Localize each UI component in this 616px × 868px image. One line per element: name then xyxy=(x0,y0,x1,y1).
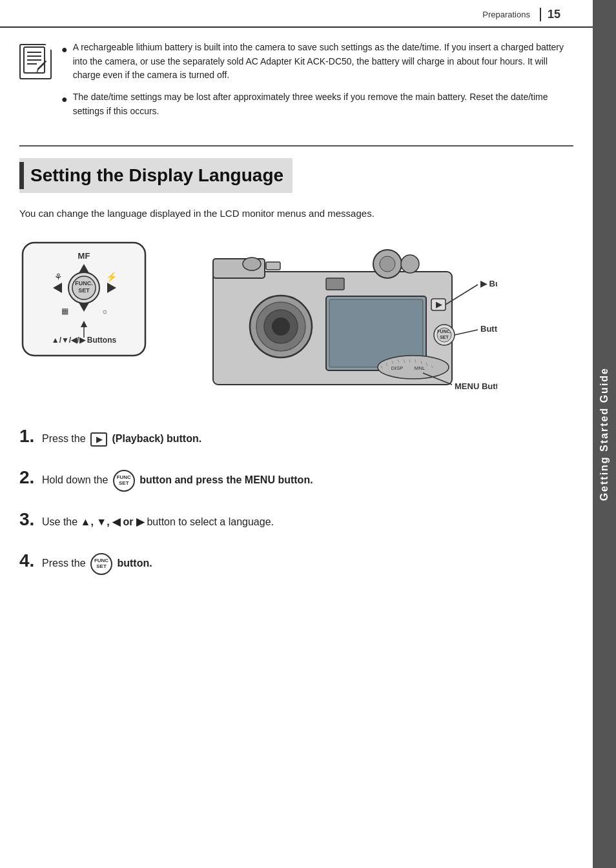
bullet-item-1: ● A rechargeable lithium battery is buil… xyxy=(61,41,573,83)
control-pad: MF ⚘ ⚡ ▦ ☼ FUNC. xyxy=(19,239,161,378)
bullet-text-1: A rechargeable lithium battery is built … xyxy=(73,41,573,83)
func-set-icon-step2: FUNCSET xyxy=(113,470,135,492)
section-heading: Setting the Display Language xyxy=(30,165,283,186)
svg-text:▶ Button: ▶ Button xyxy=(480,279,497,288)
svg-text:▶: ▶ xyxy=(436,300,442,309)
section-divider xyxy=(19,145,573,146)
step-3-number: 3. xyxy=(19,506,42,533)
step-1: 1. Press the ▶ (Playback) button. xyxy=(19,423,573,450)
step-2-number: 2. xyxy=(19,464,42,491)
svg-text:FUNC.: FUNC. xyxy=(75,280,93,287)
svg-rect-31 xyxy=(326,278,344,290)
step-2-text: Hold down the FUNCSET button and press t… xyxy=(42,470,313,492)
step-2: 2. Hold down the FUNCSET button and pres… xyxy=(19,464,573,492)
svg-line-7 xyxy=(45,61,46,63)
bullet-text-2: The date/time settings may be lost after… xyxy=(73,90,573,118)
step-1-number: 1. xyxy=(19,423,42,450)
svg-text:MENU Button: MENU Button xyxy=(455,381,497,391)
svg-text:⚡: ⚡ xyxy=(106,272,118,283)
page-number: 15 xyxy=(540,8,560,21)
intro-text: You can change the language displayed in… xyxy=(19,206,573,221)
svg-point-34 xyxy=(380,256,395,272)
note-section: ● A rechargeable lithium battery is buil… xyxy=(19,41,573,126)
svg-point-36 xyxy=(401,255,419,273)
svg-line-59 xyxy=(455,330,478,335)
svg-text:SET: SET xyxy=(440,335,449,339)
step-3: 3. Use the ▲, ▼, ◀ or ▶ button to select… xyxy=(19,506,573,533)
svg-text:MF: MF xyxy=(78,251,90,261)
func-set-icon-step4: FUNCSET xyxy=(90,553,112,575)
svg-rect-32 xyxy=(266,262,280,270)
svg-text:☼: ☼ xyxy=(101,307,108,315)
svg-text:DISP: DISP xyxy=(391,365,404,371)
steps-section: 1. Press the ▶ (Playback) button. 2. Hol… xyxy=(19,423,573,575)
svg-text:▦: ▦ xyxy=(61,307,68,316)
step-1-text: Press the ▶ (Playback) button. xyxy=(42,431,201,447)
bullet-item-2: ● The date/time settings may be lost aft… xyxy=(61,90,573,118)
svg-point-30 xyxy=(272,318,290,336)
section-label: Preparations xyxy=(482,10,530,19)
svg-point-45 xyxy=(378,356,449,379)
step-3-text: Use the ▲, ▼, ◀ or ▶ button to select a … xyxy=(42,514,274,530)
svg-text:⚘: ⚘ xyxy=(54,272,63,282)
section-heading-container: Setting the Display Language xyxy=(19,158,573,193)
camera-body: ▶ FUNC. SET DISP xyxy=(174,239,573,403)
svg-point-35 xyxy=(243,257,261,270)
step-4-number: 4. xyxy=(19,547,42,574)
heading-accent-bar xyxy=(19,162,24,189)
bullet-dot-1: ● xyxy=(61,42,68,58)
svg-text:SET: SET xyxy=(78,287,90,294)
main-content: ● A rechargeable lithium battery is buil… xyxy=(0,28,593,609)
svg-line-5 xyxy=(38,63,45,69)
svg-text:FUNC.: FUNC. xyxy=(437,329,451,334)
side-tab: Getting Started Guide xyxy=(593,0,616,868)
step-4: 4. Press the FUNCSET button. xyxy=(19,547,573,575)
step-4-text: Press the FUNCSET button. xyxy=(42,553,152,575)
side-tab-label: Getting Started Guide xyxy=(599,367,610,501)
svg-text:MNL: MNL xyxy=(415,365,426,371)
play-button-icon: ▶ xyxy=(90,432,107,447)
note-bullets: ● A rechargeable lithium battery is buil… xyxy=(61,41,573,126)
bullet-dot-2: ● xyxy=(61,92,68,108)
note-icon xyxy=(19,44,52,79)
svg-text:Button: Button xyxy=(480,324,497,334)
page-header: Preparations 15 xyxy=(0,0,593,28)
camera-diagram: MF ⚘ ⚡ ▦ ☼ FUNC. xyxy=(19,239,573,403)
